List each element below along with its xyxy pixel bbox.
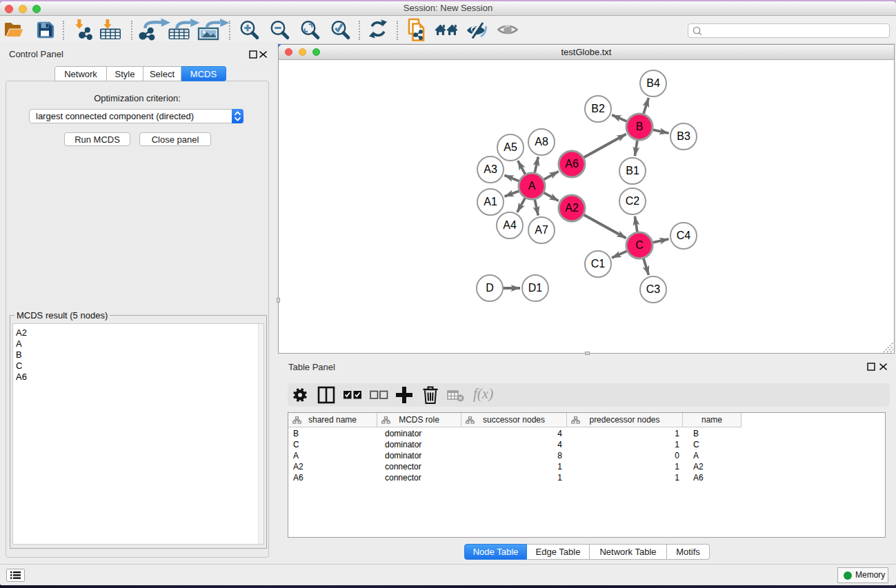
svg-text:A2: A2 xyxy=(565,202,579,214)
svg-text:A8: A8 xyxy=(535,136,548,148)
svg-text:C2: C2 xyxy=(626,195,640,207)
svg-text:B: B xyxy=(636,121,644,132)
svg-text:C4: C4 xyxy=(677,230,691,241)
svg-text:B3: B3 xyxy=(677,130,690,142)
svg-text:A7: A7 xyxy=(535,224,548,236)
svg-text:A4: A4 xyxy=(503,219,517,231)
svg-text:B4: B4 xyxy=(646,77,660,89)
svg-text:B1: B1 xyxy=(626,165,639,176)
svg-text:D1: D1 xyxy=(528,282,543,294)
svg-text:C1: C1 xyxy=(591,258,606,270)
svg-text:D: D xyxy=(486,282,494,294)
svg-text:A6: A6 xyxy=(565,158,579,170)
svg-text:A3: A3 xyxy=(484,163,497,175)
svg-text:C: C xyxy=(635,239,644,251)
svg-text:A1: A1 xyxy=(484,196,497,207)
svg-text:A5: A5 xyxy=(504,141,517,153)
svg-text:C3: C3 xyxy=(646,283,661,295)
svg-text:A: A xyxy=(528,180,536,192)
svg-text:B2: B2 xyxy=(591,103,605,114)
